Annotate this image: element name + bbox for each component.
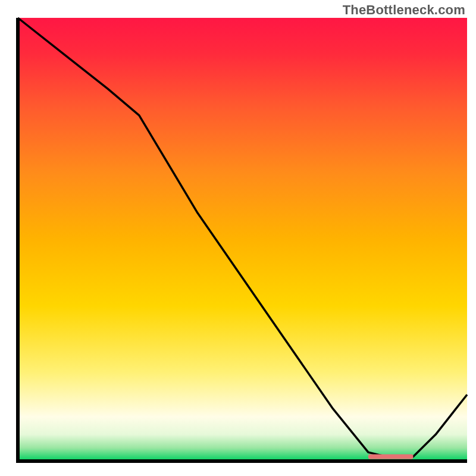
chart-stage: TheBottleneck.com [0, 0, 476, 476]
gradient-background [18, 18, 467, 461]
optimum-marker [368, 455, 414, 459]
bottleneck-chart [0, 0, 476, 476]
